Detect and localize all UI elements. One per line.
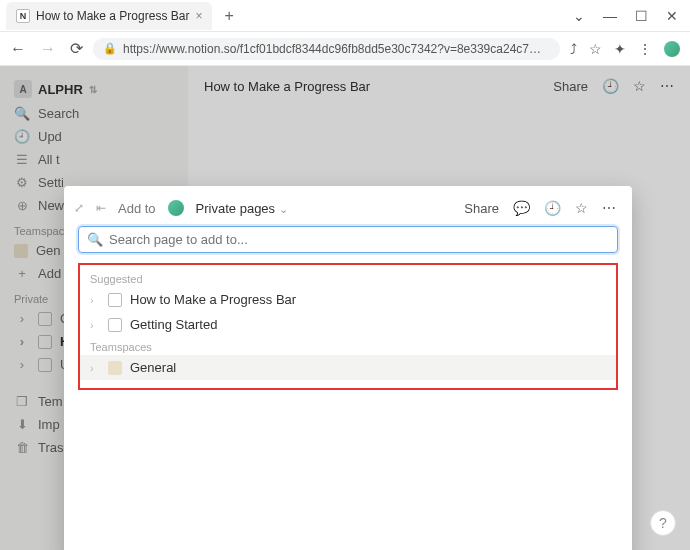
add-to-modal: ⤢ ⇤ Add to Private pages ⌄ Share 💬 🕘 ☆ ⋯… — [64, 186, 632, 550]
result-item[interactable]: › How to Make a Progress Bar — [80, 287, 616, 312]
notion-favicon: N — [16, 9, 30, 23]
search-icon: 🔍 — [87, 232, 103, 247]
results-highlight: Suggested › How to Make a Progress Bar ›… — [78, 263, 618, 390]
browser-toolbar: ← → ⟳ 🔒 https://www.notion.so/f1cf01bdcf… — [0, 32, 690, 66]
help-button[interactable]: ? — [650, 510, 676, 536]
chevron-right-icon: › — [90, 319, 100, 331]
private-pages-icon — [168, 200, 184, 216]
chevron-down-icon[interactable]: ⌄ — [573, 8, 585, 24]
address-bar[interactable]: 🔒 https://www.notion.so/f1cf01bdcf8344dc… — [93, 38, 560, 60]
url-text: https://www.notion.so/f1cf01bdcf8344dc96… — [123, 42, 541, 56]
share-url-icon[interactable]: ⤴ — [570, 41, 577, 57]
chevron-down-icon: ⌄ — [279, 203, 288, 215]
modal-share-button[interactable]: Share — [464, 201, 499, 216]
extensions-icon[interactable]: ✦ — [614, 41, 626, 57]
star-icon[interactable]: ☆ — [589, 41, 602, 57]
forward-button[interactable]: → — [40, 40, 56, 58]
add-to-target[interactable]: Private pages ⌄ — [196, 201, 288, 216]
result-item[interactable]: › General — [80, 355, 616, 380]
result-label: Getting Started — [130, 317, 217, 332]
team-icon — [108, 361, 122, 375]
lock-icon: 🔒 — [103, 42, 117, 55]
more-icon[interactable]: ⋯ — [602, 200, 616, 216]
updates-icon[interactable]: 🕘 — [544, 200, 561, 216]
profile-avatar[interactable] — [664, 41, 680, 57]
teamspaces-label: Teamspaces — [80, 337, 616, 355]
add-to-label: Add to — [118, 201, 156, 216]
expand-icon[interactable]: ⤢ — [74, 201, 84, 215]
maximize-icon[interactable]: ☐ — [635, 8, 648, 24]
back-button[interactable]: ← — [10, 40, 26, 58]
minimize-icon[interactable]: — — [603, 8, 617, 24]
chevron-right-icon: › — [90, 294, 100, 306]
result-label: General — [130, 360, 176, 375]
close-window-icon[interactable]: ✕ — [666, 8, 678, 24]
collapse-icon[interactable]: ⇤ — [96, 201, 106, 215]
result-item[interactable]: › Getting Started — [80, 312, 616, 337]
search-input-wrapper[interactable]: 🔍 — [78, 226, 618, 253]
browser-tab[interactable]: N How to Make a Progress Bar × — [6, 2, 212, 30]
new-tab-button[interactable]: + — [218, 7, 239, 25]
reload-button[interactable]: ⟳ — [70, 39, 83, 58]
menu-icon[interactable]: ⋮ — [638, 41, 652, 57]
search-input[interactable] — [109, 232, 609, 247]
close-tab-icon[interactable]: × — [195, 9, 202, 23]
suggested-label: Suggested — [80, 269, 616, 287]
favorite-icon[interactable]: ☆ — [575, 200, 588, 216]
browser-titlebar: N How to Make a Progress Bar × + ⌄ — ☐ ✕ — [0, 0, 690, 32]
comments-icon[interactable]: 💬 — [513, 200, 530, 216]
result-label: How to Make a Progress Bar — [130, 292, 296, 307]
chevron-right-icon: › — [90, 362, 100, 374]
page-icon — [108, 318, 122, 332]
page-icon — [108, 293, 122, 307]
tab-title: How to Make a Progress Bar — [36, 9, 189, 23]
